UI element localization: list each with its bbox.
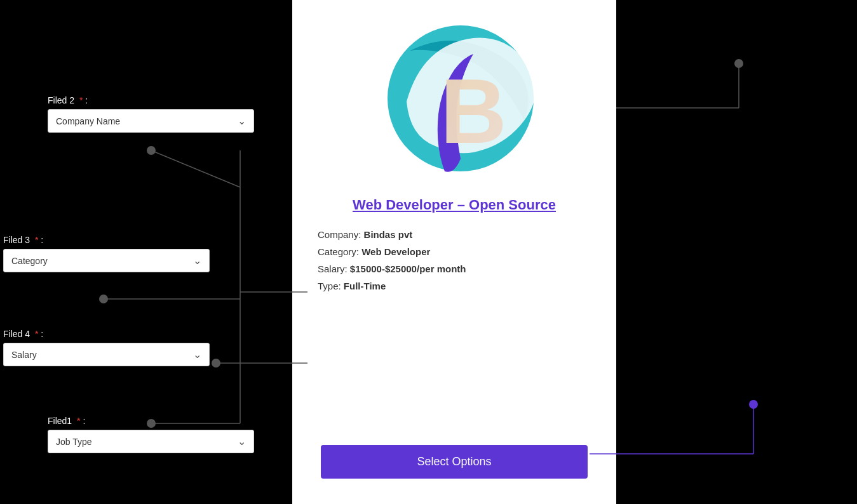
filed1-bottom-label: Filed1 * :: [48, 416, 254, 426]
filed4-dropdown[interactable]: Salary ⌄: [3, 343, 210, 366]
chevron-down-icon: ⌄: [193, 255, 201, 267]
category-value: Web Developer: [361, 246, 430, 257]
filed3-label: Filed 3 * :: [3, 235, 210, 245]
chevron-down-icon: ⌄: [238, 115, 246, 127]
field-filed1-bottom: Filed1 * : Job Type ⌄: [48, 416, 254, 453]
filed4-label: Filed 4 * :: [3, 329, 210, 339]
company-logo-image: B B: [372, 19, 537, 184]
filed3-dropdown[interactable]: Category ⌄: [3, 249, 210, 272]
job-details: Company: Bindas pvt Category: Web Develo…: [318, 226, 591, 295]
type-value: Full-Time: [344, 281, 386, 291]
chevron-down-icon: ⌄: [193, 348, 201, 361]
select-options-button[interactable]: Select Options: [321, 445, 588, 479]
field-filed4: Filed 4 * : Salary ⌄: [3, 329, 210, 366]
salary-detail: Salary: $15000-$25000/per month: [318, 260, 591, 277]
left-panel: Filed 2 * : Company Name ⌄ Filed 3 * : C…: [0, 0, 292, 504]
filed1-bottom-dropdown[interactable]: Job Type ⌄: [48, 430, 254, 453]
job-title[interactable]: Web Developer – Open Source: [353, 197, 556, 213]
type-label: Type:: [318, 281, 341, 291]
field-filed3: Filed 3 * : Category ⌄: [3, 235, 210, 272]
field-filed2: Filed 2 * : Company Name ⌄: [48, 95, 254, 133]
category-detail: Category: Web Developer: [318, 243, 591, 260]
right-panel: Filed1 * : Company Logo ⌄ Add New Button…: [616, 0, 857, 504]
svg-text:B: B: [440, 60, 507, 162]
filed2-label: Filed 2 * :: [48, 95, 254, 105]
center-panel: B B Web Developer – Open Source Company:…: [292, 0, 616, 504]
chevron-down-icon: ⌄: [238, 435, 246, 448]
company-detail: Company: Bindas pvt: [318, 226, 591, 243]
filed2-dropdown[interactable]: Company Name ⌄: [48, 109, 254, 133]
category-label: Category:: [318, 246, 359, 257]
logo-area: B B: [365, 13, 543, 190]
salary-value: $15000-$25000/per month: [350, 263, 466, 274]
company-value: Bindas pvt: [364, 229, 413, 240]
type-detail: Type: Full-Time: [318, 277, 591, 295]
salary-label: Salary:: [318, 263, 348, 274]
company-label: Company:: [318, 229, 361, 240]
